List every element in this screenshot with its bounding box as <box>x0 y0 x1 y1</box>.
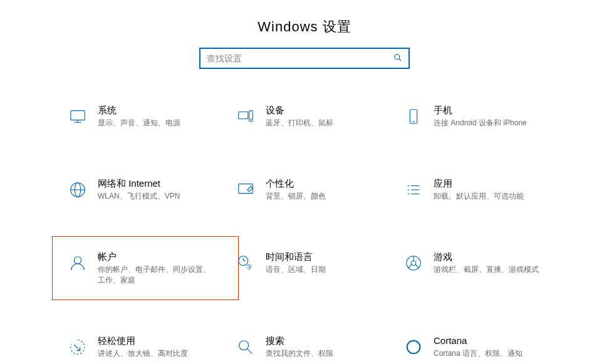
svg-line-31 <box>247 349 252 354</box>
tile-label: 帐户 <box>98 251 217 263</box>
tile-label: 系统 <box>98 104 180 117</box>
tile-desc: 游戏栏、截屏、直播、游戏模式 <box>434 264 539 275</box>
settings-grid: 系统 显示、声音、通知、电源 设备 蓝牙、打印机、鼠标 手机 连接 Androi… <box>0 99 609 364</box>
tile-label: 网络和 Internet <box>98 177 180 190</box>
tile-accounts[interactable]: 帐户 你的帐户、电子邮件、同步设置、工作、家庭 <box>61 246 229 291</box>
tile-phone[interactable]: 手机 连接 Android 设备和 iPhone <box>397 99 565 133</box>
tile-desc: 背景、锁屏、颜色 <box>266 191 326 202</box>
tile-label: 应用 <box>434 177 524 190</box>
personalization-icon <box>234 179 257 201</box>
svg-point-0 <box>395 54 400 59</box>
tile-label: 设备 <box>266 104 333 117</box>
tile-apps[interactable]: 应用 卸载、默认应用、可选功能 <box>397 172 565 207</box>
search-container <box>0 48 609 69</box>
search-input[interactable] <box>207 53 393 63</box>
svg-line-1 <box>399 58 402 61</box>
svg-rect-13 <box>239 184 253 194</box>
tile-devices[interactable]: 设备 蓝牙、打印机、鼠标 <box>229 99 397 133</box>
tile-cortana[interactable]: Cortana Cortana 语言、权限、通知 <box>397 330 565 364</box>
svg-text:字: 字 <box>246 264 252 271</box>
search-box[interactable] <box>199 48 410 69</box>
tile-gaming[interactable]: 游戏 游戏栏、截屏、直播、游戏模式 <box>397 246 565 291</box>
tile-system[interactable]: 系统 显示、声音、通知、电源 <box>61 99 229 133</box>
tile-label: 时间和语言 <box>266 251 326 263</box>
cortana-icon <box>402 336 425 358</box>
system-icon <box>66 105 89 128</box>
tile-desc: 显示、声音、通知、电源 <box>98 118 180 128</box>
tile-desc: 你的帐户、电子邮件、同步设置、工作、家庭 <box>98 264 217 286</box>
svg-point-32 <box>407 341 420 354</box>
svg-line-29 <box>415 264 419 268</box>
tile-desc: Cortana 语言、权限、通知 <box>434 348 523 359</box>
tile-desc: WLAN、飞行模式、VPN <box>98 191 180 202</box>
tile-label: 手机 <box>434 104 527 117</box>
svg-point-7 <box>251 119 251 120</box>
gaming-icon <box>402 252 425 274</box>
tile-desc: 卸载、默认应用、可选功能 <box>434 191 524 202</box>
tile-ease-of-access[interactable]: 轻松使用 讲述人、放大镜、高对比度 <box>61 330 229 364</box>
svg-point-26 <box>411 261 416 266</box>
tile-desc: 蓝牙、打印机、鼠标 <box>266 118 333 128</box>
tile-search[interactable]: 搜索 查找我的文件、权限 <box>229 330 397 364</box>
tile-personalization[interactable]: 个性化 背景、锁屏、颜色 <box>229 172 397 207</box>
search-icon[interactable] <box>393 53 402 64</box>
svg-rect-5 <box>239 112 248 119</box>
devices-icon <box>234 105 257 128</box>
tile-desc: 讲述人、放大镜、高对比度 <box>98 348 188 359</box>
tile-label: Cortana <box>434 335 523 347</box>
page-title: Windows 设置 <box>0 0 609 48</box>
tile-label: 个性化 <box>266 177 326 190</box>
ease-of-access-icon <box>66 336 89 358</box>
tile-label: 轻松使用 <box>98 335 188 347</box>
tile-label: 游戏 <box>434 251 539 263</box>
svg-rect-2 <box>71 111 85 120</box>
svg-line-28 <box>409 264 412 268</box>
tile-desc: 语音、区域、日期 <box>266 264 326 275</box>
tile-time-language[interactable]: 字 时间和语言 语音、区域、日期 <box>229 246 397 291</box>
accounts-icon <box>66 252 89 274</box>
tile-desc: 连接 Android 设备和 iPhone <box>434 118 527 128</box>
phone-icon <box>402 105 425 128</box>
tile-desc: 查找我的文件、权限 <box>266 348 333 359</box>
svg-point-30 <box>239 341 249 350</box>
search-tile-icon <box>234 336 257 358</box>
network-icon <box>66 179 89 201</box>
time-language-icon: 字 <box>234 252 257 274</box>
tile-network[interactable]: 网络和 Internet WLAN、飞行模式、VPN <box>61 172 229 207</box>
svg-point-20 <box>74 257 81 264</box>
apps-icon <box>402 179 425 201</box>
tile-label: 搜索 <box>266 335 333 347</box>
